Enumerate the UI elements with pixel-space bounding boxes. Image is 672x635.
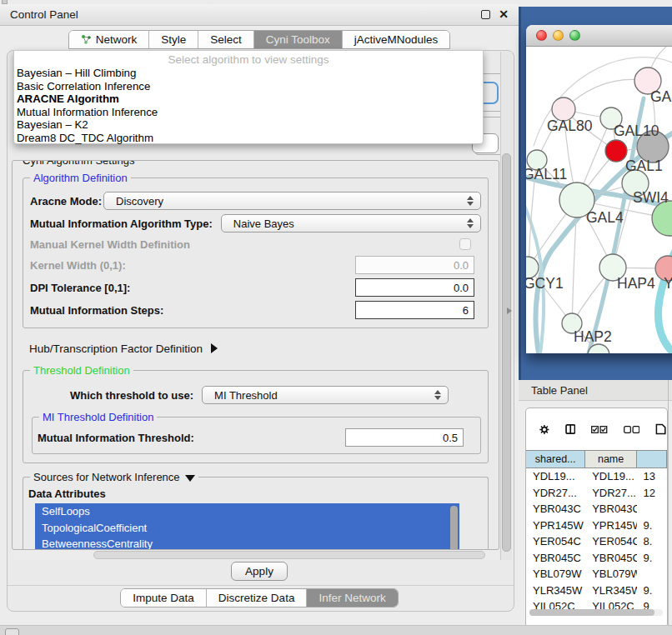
- close-window-icon[interactable]: [536, 30, 547, 41]
- settings-vertical-scrollbar-thumb[interactable]: [502, 153, 511, 552]
- table-row[interactable]: YBL079WYBL079W: [526, 566, 667, 582]
- tab-cyni-toolbox[interactable]: Cyni Toolbox: [254, 31, 343, 48]
- data-attributes-label: Data Attributes: [28, 488, 488, 500]
- tab-select[interactable]: Select: [198, 31, 254, 48]
- table-row[interactable]: YDR27...YDR27...12: [526, 485, 667, 502]
- tab-label: jActiveMNodules: [354, 33, 439, 46]
- table-cell: 8.: [637, 533, 667, 550]
- bottom-tab-infer-network[interactable]: Infer Network: [307, 589, 397, 607]
- dropdown-item[interactable]: Dream8 DC_TDC Algorithm: [14, 132, 483, 145]
- table-cell: YBR043C: [526, 501, 585, 518]
- mi-type-select[interactable]: Naive Bayes: [221, 214, 481, 232]
- attribute-list-item[interactable]: SelfLoops: [35, 503, 459, 520]
- gear-icon[interactable]: [539, 422, 549, 437]
- collapse-down-icon[interactable]: [185, 475, 195, 482]
- mi-threshold-group: MI Threshold Definition Mutual Informati…: [32, 417, 481, 454]
- split-columns-icon[interactable]: [565, 422, 575, 437]
- table-panel-card: shared...name YDL19...YDL19...13YDR27...…: [525, 408, 668, 628]
- algorithm-dropdown[interactable]: Select algorithm to view settings Bayesi…: [13, 50, 484, 144]
- dpi-tolerance-field[interactable]: 0.0: [355, 278, 474, 297]
- splitpane-collapse-icon[interactable]: [507, 308, 512, 314]
- stepper-icon: [464, 196, 477, 206]
- network-node-label: GAL4: [586, 209, 624, 226]
- dropdown-item[interactable]: ARACNE Algorithm: [14, 92, 483, 106]
- column-header[interactable]: shared...: [526, 451, 585, 468]
- table-cell: YBR043C: [585, 501, 636, 518]
- table-cell: YPR145W: [526, 518, 585, 534]
- tab-label: Style: [161, 33, 186, 46]
- checked-pair-icon[interactable]: [591, 424, 607, 435]
- manual-kernel-label: Manual Kernel Width Definition: [30, 238, 190, 251]
- network-node-gal1[interactable]: [605, 140, 627, 162]
- settings-vertical-scrollbar[interactable]: [500, 52, 512, 560]
- table-cell: YBR045C: [585, 550, 636, 567]
- hub-definition-row[interactable]: Hub/Transcription Factor Definition: [29, 338, 484, 358]
- table-cell: YDL19...: [526, 468, 585, 485]
- expand-right-icon[interactable]: [211, 343, 218, 353]
- mi-threshold-label: Mutual Information Threshold:: [38, 432, 194, 444]
- data-attributes-list[interactable]: SelfLoopsTopologicalCoefficientBetweenne…: [35, 503, 459, 550]
- aracne-mode-label: Aracne Mode:: [30, 195, 103, 208]
- table-cell: [637, 566, 667, 582]
- dropdown-item[interactable]: Bayesian – Hill Climbing: [14, 67, 483, 80]
- mi-steps-field[interactable]: 6: [355, 301, 474, 319]
- network-node-label: GAL1: [625, 158, 663, 174]
- which-threshold-label: Which threshold to use:: [70, 389, 193, 402]
- bottom-left-icon[interactable]: [5, 628, 19, 635]
- tab-jactivemnodules[interactable]: jActiveMNodules: [343, 31, 450, 48]
- network-node-label: GAL: [650, 88, 672, 105]
- sources-title-text: Sources for Network Inference: [33, 471, 180, 483]
- mi-steps-label: Mutual Information Steps:: [30, 304, 163, 317]
- table-cell: 9.: [637, 550, 667, 567]
- attribute-list-item[interactable]: TopologicalCoefficient: [35, 520, 459, 537]
- table-row[interactable]: YBR045CYBR045C9.: [526, 550, 667, 567]
- table-row[interactable]: YDL19...YDL19...13: [526, 468, 667, 485]
- dropdown-item[interactable]: Basic Correlation Inference: [14, 80, 483, 93]
- table-row[interactable]: YBR043CYBR043C: [526, 501, 667, 518]
- aracne-mode-select[interactable]: Discovery: [103, 192, 481, 210]
- algorithm-dropdown-placeholder: Select algorithm to view settings: [14, 51, 483, 67]
- float-panel-icon[interactable]: [481, 10, 490, 19]
- zoom-window-icon[interactable]: [569, 30, 580, 41]
- tab-label: Cyni Toolbox: [266, 33, 330, 46]
- dropdown-item[interactable]: Bayesian – K2: [14, 118, 483, 132]
- unchecked-pair-icon[interactable]: [624, 424, 639, 435]
- manual-kernel-checkbox[interactable]: [459, 238, 471, 250]
- tab-style[interactable]: Style: [149, 31, 198, 48]
- threshold-definition-title: Threshold Definition: [30, 364, 133, 377]
- application-window: Control Panel ✕ NetworkStyleSelectCyni T…: [0, 0, 672, 635]
- network-node-label: GAL10: [614, 122, 659, 139]
- table-horizontal-scrollbar-thumb[interactable]: [529, 609, 654, 616]
- bottom-tab-impute-data[interactable]: Impute Data: [121, 589, 207, 607]
- column-header[interactable]: name: [585, 451, 636, 468]
- tab-label: Select: [210, 33, 242, 46]
- mi-type-value: Naive Bayes: [233, 218, 464, 230]
- sources-title: Sources for Network Inference: [30, 471, 198, 483]
- network-node-label: GAL11: [526, 166, 567, 182]
- table-row[interactable]: YPR145WYPR145W9.: [526, 518, 667, 534]
- list-scrollbar-thumb[interactable]: [450, 506, 458, 550]
- minimize-window-icon[interactable]: [553, 30, 564, 41]
- settings-horizontal-scrollbar[interactable]: [13, 550, 499, 560]
- table-row[interactable]: YLR345WYLR345W9.: [526, 582, 667, 599]
- settings-horizontal-scrollbar-thumb[interactable]: [93, 551, 485, 559]
- network-node-label: HAP4: [617, 275, 655, 292]
- control-panel-tabbar: NetworkStyleSelectCyni ToolboxjActiveMNo…: [0, 30, 519, 49]
- which-threshold-select[interactable]: MI Threshold: [202, 386, 449, 404]
- table-row[interactable]: YER054CYER054C8.: [526, 533, 667, 550]
- close-panel-icon[interactable]: ✕: [499, 10, 509, 19]
- attribute-list-item[interactable]: BetweennessCentrality: [35, 536, 459, 550]
- bottom-tab-discretize-data[interactable]: Discretize Data: [207, 589, 308, 607]
- column-header[interactable]: [637, 451, 667, 468]
- network-window-titlebar: [526, 25, 672, 47]
- table-cell: YDL19...: [585, 468, 636, 485]
- dropdown-item[interactable]: Mutual Information Inference: [14, 106, 483, 119]
- tab-network[interactable]: Network: [69, 31, 150, 48]
- network-node-label: GCY1: [526, 275, 564, 292]
- page-icon[interactable]: [655, 421, 667, 438]
- mi-threshold-field[interactable]: 0.5: [345, 428, 464, 447]
- network-canvas[interactable]: GALGAL80GAL10GAL1GAL11SWI4GAL4GCY1HAP4YH…: [526, 47, 672, 353]
- apply-button[interactable]: Apply: [231, 562, 288, 581]
- network-node-label: Y: [664, 275, 672, 292]
- table-horizontal-scrollbar[interactable]: [529, 609, 663, 616]
